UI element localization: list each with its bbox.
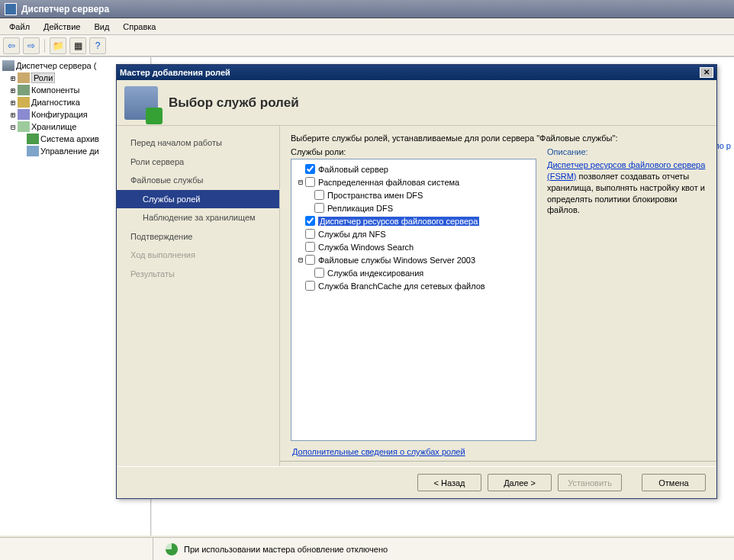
cancel-button[interactable]: Отмена	[642, 474, 706, 491]
folder-up-button[interactable]: 📁	[50, 37, 66, 54]
close-button[interactable]: ✕	[700, 67, 713, 78]
wizard-header: Выбор служб ролей	[117, 80, 716, 126]
menubar: Файл Действие Вид Справка	[0, 18, 734, 35]
menu-help[interactable]: Справка	[117, 21, 162, 33]
nav-forward-button[interactable]: ⇨	[23, 37, 40, 54]
nav-progress: Ход выполнения	[117, 246, 279, 265]
chk-ws2003[interactable]	[305, 255, 315, 265]
wizard-buttons: < Назад Далее > Установить Отмена	[117, 466, 716, 498]
status-refresh-icon	[166, 543, 178, 555]
nav-back-button[interactable]: ⇦	[3, 37, 20, 54]
help-button[interactable]: ?	[89, 37, 106, 54]
server-icon	[5, 3, 17, 15]
statusbar: При использовании мастера обновление отк…	[0, 537, 734, 560]
chk-dfs-replication[interactable]	[314, 203, 324, 213]
wizard-titlebar[interactable]: Мастер добавления ролей ✕	[117, 65, 716, 80]
menu-view[interactable]: Вид	[88, 21, 115, 33]
install-button: Установить	[558, 474, 622, 491]
add-roles-wizard: Мастер добавления ролей ✕ Выбор служб ро…	[116, 64, 717, 499]
wizard-nav: Перед началом работы Роли сервера Файлов…	[117, 126, 280, 466]
wizard-title: Мастер добавления ролей	[120, 68, 230, 77]
wizard-prompt: Выберите службы ролей, устанавливаемые д…	[291, 134, 706, 143]
chk-file-server[interactable]	[305, 164, 315, 174]
svc-fsrm[interactable]: Диспетчер ресурсов файлового сервера	[296, 214, 531, 227]
chk-windows-search[interactable]	[305, 242, 315, 252]
nav-role-services[interactable]: Службы ролей	[117, 190, 279, 209]
description-label: Описание:	[547, 147, 706, 156]
svc-branchcache[interactable]: Служба BranchCache для сетевых файлов	[296, 279, 531, 292]
chk-fsrm[interactable]	[305, 216, 315, 226]
nav-confirmation[interactable]: Подтверждение	[117, 227, 279, 246]
services-listbox[interactable]: Файловый сервер ⊟Распределенная файловая…	[291, 159, 536, 441]
nav-storage-monitor[interactable]: Наблюдение за хранилищем	[117, 208, 279, 227]
svc-file-server[interactable]: Файловый сервер	[296, 163, 531, 175]
svc-windows-search[interactable]: Служба Windows Search	[296, 240, 531, 253]
svc-dfs-replication[interactable]: Репликация DFS	[296, 201, 531, 214]
nav-file-services[interactable]: Файловые службы	[117, 171, 279, 190]
window-title: Диспетчер сервера	[21, 4, 109, 14]
svc-dfs[interactable]: ⊟Распределенная файловая система	[296, 175, 531, 188]
back-button[interactable]: < Назад	[417, 474, 481, 491]
status-text: При использовании мастера обновление отк…	[184, 545, 388, 554]
menu-action[interactable]: Действие	[37, 21, 86, 33]
more-info-link[interactable]: Дополнительные сведения о службах ролей	[291, 441, 536, 458]
svc-indexing[interactable]: Служба индексирования	[296, 266, 531, 279]
wizard-heading: Выбор служб ролей	[169, 95, 299, 111]
svc-nfs[interactable]: Службы для NFS	[296, 227, 531, 240]
properties-button[interactable]: ▦	[69, 37, 86, 54]
nav-server-roles[interactable]: Роли сервера	[117, 153, 279, 172]
description-body: Диспетчер ресурсов файлового сервера (FS…	[547, 159, 706, 216]
menu-file[interactable]: Файл	[3, 21, 36, 33]
nav-before-begin[interactable]: Перед началом работы	[117, 134, 279, 153]
main-titlebar: Диспетчер сервера	[0, 0, 734, 18]
chk-dfs-namespaces[interactable]	[314, 190, 324, 200]
chk-indexing[interactable]	[314, 268, 324, 278]
nav-results: Результаты	[117, 265, 279, 284]
services-label: Службы роли:	[291, 147, 536, 156]
chk-dfs[interactable]	[305, 177, 315, 187]
next-button[interactable]: Далее >	[488, 474, 552, 491]
toolbar: ⇦ ⇨ 📁 ▦ ?	[0, 35, 734, 56]
svc-dfs-namespaces[interactable]: Пространства имен DFS	[296, 188, 531, 201]
svc-ws2003[interactable]: ⊟Файловые службы Windows Server 2003	[296, 253, 531, 266]
toolbar-separator	[44, 39, 45, 53]
wizard-divider	[280, 461, 716, 462]
chk-nfs[interactable]	[305, 229, 315, 239]
wizard-header-icon	[124, 86, 158, 120]
chk-branchcache[interactable]	[305, 281, 315, 291]
